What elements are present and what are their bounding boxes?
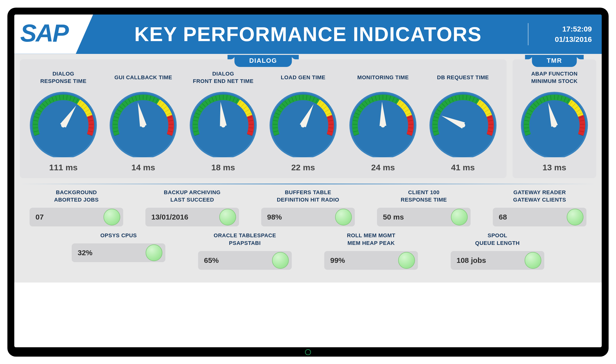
status-item: SPOOL QUEUE LENGTH 108 jobs bbox=[438, 232, 557, 270]
gauge-item: DIALOG FRONT END NET TIME 18 ms bbox=[185, 69, 262, 172]
gauge-value: 41 ms bbox=[451, 163, 475, 172]
svg-line-180 bbox=[433, 124, 437, 124]
status-value: 108 jobs bbox=[457, 256, 486, 265]
status-value: 13/01/2016 bbox=[151, 213, 188, 221]
status-item: BUFFERS TABLE DEFINITION HIT RADIO 98% bbox=[254, 189, 362, 227]
status-light-icon bbox=[219, 209, 236, 225]
svg-point-104 bbox=[221, 123, 225, 127]
gauge-value: 14 ms bbox=[131, 163, 155, 172]
status-light-icon bbox=[272, 252, 289, 269]
status-value: 07 bbox=[35, 213, 44, 221]
status-light-icon bbox=[451, 209, 468, 225]
status-pill: 108 jobs bbox=[451, 251, 544, 270]
logo: SAP bbox=[14, 15, 93, 54]
status-item: BACKUP ARCHIVING LAST SUCCEED 13/01/2016 bbox=[138, 189, 246, 227]
panel-dialog: DIALOG DIALOG RESPONSE TIME 111 ms GUI C… bbox=[20, 59, 507, 178]
status-title: BACKGROUND ABORTED JOBS bbox=[54, 189, 99, 204]
svg-point-34 bbox=[61, 123, 66, 127]
svg-line-134 bbox=[329, 124, 333, 124]
gauge-item: MONITORING TIME 24 ms bbox=[344, 69, 422, 172]
gauge-value: 22 ms bbox=[291, 163, 315, 172]
gauge-value: 111 ms bbox=[49, 163, 78, 172]
gauge-item: ABAP FUNCTION MINIMUM STOCK 13 ms bbox=[517, 69, 591, 172]
svg-line-215 bbox=[524, 124, 529, 124]
status-section: BACKGROUND ABORTED JOBS 07 BACKUP ARCHIV… bbox=[20, 189, 596, 270]
gauge-title: LOAD GEN TIME bbox=[281, 69, 325, 86]
status-light-icon bbox=[103, 209, 120, 225]
status-pill: 65% bbox=[198, 251, 292, 270]
svg-point-209 bbox=[461, 123, 465, 127]
status-row-1: BACKGROUND ABORTED JOBS 07 BACKUP ARCHIV… bbox=[22, 189, 594, 227]
status-item: BACKGROUND ABORTED JOBS 07 bbox=[22, 189, 131, 227]
status-pill: 13/01/2016 bbox=[145, 208, 239, 226]
gauge-item: LOAD GEN TIME 22 ms bbox=[264, 69, 342, 172]
svg-line-29 bbox=[89, 124, 94, 124]
status-title: SPOOL QUEUE LENGTH bbox=[475, 232, 520, 247]
gauge-title: DB REQUEST TIME bbox=[437, 69, 489, 86]
svg-point-69 bbox=[141, 123, 145, 127]
svg-line-5 bbox=[33, 124, 38, 124]
svg-point-139 bbox=[301, 123, 305, 127]
tmr-gauge-row: ABAP FUNCTION MINIMUM STOCK 13 ms bbox=[517, 69, 591, 172]
status-item: ORACLE TABLESPACE PSAPSTABI 65% bbox=[186, 232, 305, 270]
svg-line-64 bbox=[169, 124, 173, 124]
panel-tmr: TMR ABAP FUNCTION MINIMUM STOCK 13 ms bbox=[513, 59, 596, 178]
header-datetime: 17:52:09 01/13/2016 bbox=[528, 23, 602, 45]
gauge-value: 24 ms bbox=[371, 163, 395, 172]
gauge-chart bbox=[428, 88, 497, 157]
status-title: OPSYS CPUS bbox=[100, 232, 137, 239]
status-value: 50 ms bbox=[383, 213, 404, 221]
status-value: 32% bbox=[78, 249, 92, 257]
svg-line-110 bbox=[273, 124, 277, 124]
svg-line-239 bbox=[580, 124, 585, 124]
status-pill: 07 bbox=[30, 208, 123, 226]
status-value: 99% bbox=[330, 256, 345, 265]
svg-point-174 bbox=[381, 123, 385, 127]
status-item: ROLL MEM MGMT MEM HEAP PEAK 99% bbox=[312, 232, 431, 270]
status-light-icon bbox=[146, 244, 162, 261]
status-light-icon bbox=[335, 209, 352, 225]
gauge-chart bbox=[520, 88, 589, 157]
gauge-item: DIALOG RESPONSE TIME 111 ms bbox=[25, 69, 102, 172]
gauge-title: GUI CALLBACK TIME bbox=[114, 69, 172, 86]
status-item: OPSYS CPUS 32% bbox=[59, 232, 178, 270]
page-title: KEY PERFORMANCE INDICATORS bbox=[93, 23, 523, 46]
status-value: 68 bbox=[499, 213, 507, 221]
status-value: 65% bbox=[204, 256, 219, 265]
svg-line-40 bbox=[113, 124, 118, 124]
status-item: GATEWAY READER GATEWAY CLIENTS 68 bbox=[485, 189, 594, 227]
dialog-gauge-row: DIALOG RESPONSE TIME 111 ms GUI CALLBACK… bbox=[25, 69, 502, 172]
gauge-item: GUI CALLBACK TIME 14 ms bbox=[104, 69, 182, 172]
status-value: 98% bbox=[267, 213, 282, 221]
gauge-panels-row: DIALOG DIALOG RESPONSE TIME 111 ms GUI C… bbox=[20, 59, 596, 178]
panel-tab-dialog: DIALOG bbox=[234, 55, 292, 67]
panel-tab-tmr: TMR bbox=[532, 55, 577, 67]
status-item: CLIENT 100 RESPONSE TIME 50 ms bbox=[370, 189, 478, 227]
gauge-title: DIALOG RESPONSE TIME bbox=[40, 69, 86, 86]
svg-line-145 bbox=[353, 124, 358, 124]
status-title: BUFFERS TABLE DEFINITION HIT RADIO bbox=[277, 189, 339, 204]
svg-line-99 bbox=[249, 124, 254, 124]
gauge-title: ABAP FUNCTION MINIMUM STOCK bbox=[531, 69, 578, 86]
status-light-icon bbox=[567, 209, 583, 225]
gauge-title: DIALOG FRONT END NET TIME bbox=[193, 69, 254, 86]
logo-text: SAP bbox=[20, 19, 68, 47]
status-light-icon bbox=[525, 252, 541, 269]
status-pill: 99% bbox=[324, 251, 418, 270]
gauge-chart bbox=[348, 88, 417, 157]
status-title: GATEWAY READER GATEWAY CLIENTS bbox=[513, 189, 566, 204]
gauge-chart bbox=[189, 88, 258, 157]
section-divider bbox=[20, 184, 596, 184]
screen: SAP KEY PERFORMANCE INDICATORS 17:52:09 … bbox=[14, 15, 602, 347]
gauge-value: 13 ms bbox=[543, 163, 566, 172]
svg-point-244 bbox=[552, 123, 557, 127]
svg-line-169 bbox=[409, 124, 413, 124]
gauge-item: DB REQUEST TIME 41 ms bbox=[424, 69, 502, 172]
status-pill: 50 ms bbox=[377, 208, 471, 226]
status-title: ROLL MEM MGMT MEM HEAP PEAK bbox=[347, 232, 395, 247]
header-date: 01/13/2016 bbox=[529, 34, 592, 45]
gauge-title: MONITORING TIME bbox=[357, 69, 409, 86]
status-title: BACKUP ARCHIVING LAST SUCCEED bbox=[164, 189, 221, 204]
gauge-chart bbox=[29, 88, 98, 157]
status-light-icon bbox=[398, 252, 415, 269]
